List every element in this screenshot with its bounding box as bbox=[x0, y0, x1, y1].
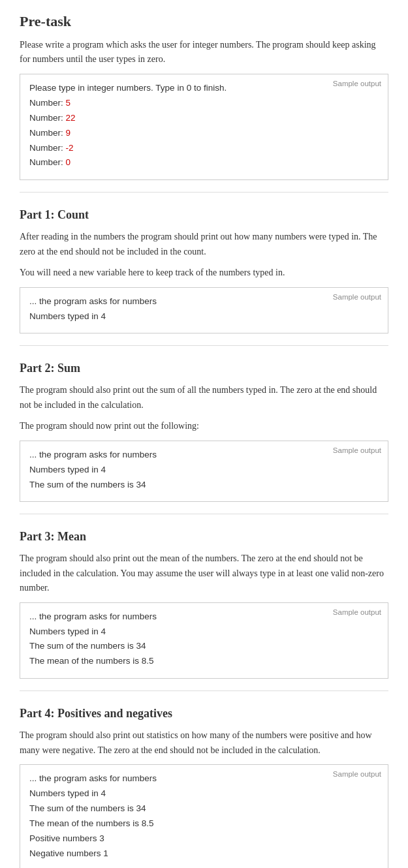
part4-line-4: The mean of the numbers is 8.5 bbox=[29, 816, 379, 831]
part2-line-2: Numbers typed in 4 bbox=[29, 463, 379, 478]
part1-sample-box: Sample output ... the program asks for n… bbox=[20, 287, 388, 334]
part4-desc1: The program should also print out statis… bbox=[20, 728, 388, 758]
part3-line-4: The mean of the numbers is 8.5 bbox=[29, 654, 379, 669]
pretask-line-4: Number: 9 bbox=[29, 126, 379, 141]
pretask-line-3: Number: 22 bbox=[29, 111, 379, 126]
part3-sample-box: Sample output ... the program asks for n… bbox=[20, 602, 388, 679]
part2-title: Part 2: Sum bbox=[20, 362, 388, 375]
pretask-sample-label: Sample output bbox=[333, 80, 381, 87]
part1-desc2: You will need a new variable here to kee… bbox=[20, 266, 388, 280]
part4-sample-box: Sample output ... the program asks for n… bbox=[20, 764, 388, 868]
part1-line-2: Numbers typed in 4 bbox=[29, 309, 379, 324]
part3-line-2: Numbers typed in 4 bbox=[29, 625, 379, 640]
part4-line-1: ... the program asks for numbers bbox=[29, 771, 379, 786]
part3-desc1: The program should also print out the me… bbox=[20, 551, 388, 595]
part2-desc1: The program should also print out the su… bbox=[20, 383, 388, 412]
pretask-line-6: Number: 0 bbox=[29, 155, 379, 170]
pretask-line-5: Number: -2 bbox=[29, 141, 379, 156]
pretask-description: Please write a program which asks the us… bbox=[20, 38, 388, 67]
part3-line-1: ... the program asks for numbers bbox=[29, 610, 379, 625]
part1-title: Part 1: Count bbox=[20, 208, 388, 222]
part2-sample-label: Sample output bbox=[333, 446, 381, 454]
divider-1 bbox=[20, 192, 388, 193]
divider-4 bbox=[20, 690, 388, 691]
part2-desc2: The program should now print out the fol… bbox=[20, 419, 388, 433]
part4-title: Part 4: Positives and negatives bbox=[20, 707, 388, 721]
part3-line-3: The sum of the numbers is 34 bbox=[29, 639, 379, 654]
part1-line-1: ... the program asks for numbers bbox=[29, 294, 379, 309]
part3-sample-label: Sample output bbox=[333, 608, 381, 616]
part2-line-3: The sum of the numbers is 34 bbox=[29, 478, 379, 493]
divider-3 bbox=[20, 514, 388, 514]
part4-line-5: Positive numbers 3 bbox=[29, 831, 379, 846]
part4-line-2: Numbers typed in 4 bbox=[29, 786, 379, 801]
part1-sample-label: Sample output bbox=[333, 293, 381, 301]
part3-title: Part 3: Mean bbox=[20, 530, 388, 544]
part4-sample-label: Sample output bbox=[333, 770, 381, 778]
pretask-line-1: Please type in integer numbers. Type in … bbox=[29, 81, 379, 96]
pretask-line-2: Number: 5 bbox=[29, 96, 379, 111]
pretask-title: Pre-task bbox=[20, 13, 388, 30]
divider-2 bbox=[20, 345, 388, 346]
part4-line-6: Negative numbers 1 bbox=[29, 846, 379, 861]
part2-sample-box: Sample output ... the program asks for n… bbox=[20, 441, 388, 503]
part4-line-3: The sum of the numbers is 34 bbox=[29, 801, 379, 816]
part1-desc1: After reading in the numbers the program… bbox=[20, 230, 388, 259]
part2-line-1: ... the program asks for numbers bbox=[29, 448, 379, 463]
pretask-sample-box: Sample output Please type in integer num… bbox=[20, 74, 388, 181]
